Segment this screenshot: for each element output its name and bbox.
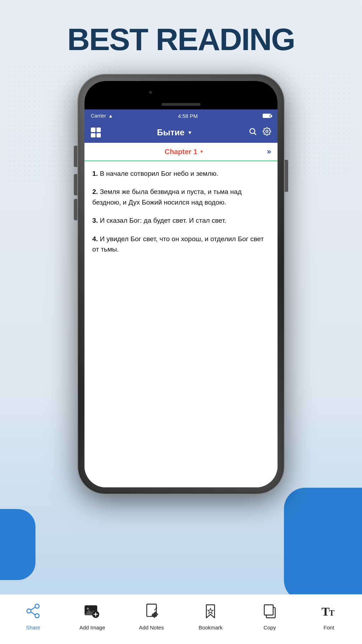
battery-fill [263,114,270,117]
svg-text:T: T [321,605,329,618]
svg-line-1 [254,133,256,135]
add-notes-label: Add Notes [139,624,164,631]
camera-dot [149,91,152,94]
next-chapter-button[interactable]: » [267,147,271,156]
toolbar-item-add-image[interactable]: Add Image [78,600,106,631]
copy-label: Copy [263,624,276,631]
svg-line-7 [31,612,35,615]
content-area: 1. В начале сотворил Бог небо и землю. 2… [84,161,278,487]
verse-1: 1. В начале сотворил Бог небо и землю. [92,168,270,179]
app-title: BEST READING [0,21,362,58]
add-image-label: Add Image [79,624,105,631]
toolbar-item-add-notes[interactable]: Add Notes [137,600,166,631]
chapter-label: Chapter 1 [165,148,197,156]
book-title: Бытие [157,128,185,137]
share-label: Share [26,624,40,631]
verse-2: 2. Земля же была безвидна и пуста, и тьм… [92,186,270,207]
status-right [263,114,271,118]
battery-icon [263,114,271,118]
svg-point-4 [35,604,39,608]
chapter-title[interactable]: Chapter 1 ▼ [165,148,204,156]
status-bar: Carrier ▲ 4:58 PM [84,109,278,122]
svg-line-6 [31,607,35,610]
font-icon: T T [318,600,340,622]
toolbar-item-share[interactable]: Share [19,600,47,631]
settings-icon[interactable] [263,127,271,138]
phone-top-bar [84,81,278,109]
toolbar-item-font[interactable]: T T Font [315,600,343,631]
svg-point-10 [87,607,89,610]
status-time: 4:58 PM [178,113,198,119]
verse-3: 3. И сказал Бог: да будет свет. И стал с… [92,215,270,226]
copy-icon [259,600,280,622]
svg-point-3 [27,609,31,613]
svg-marker-20 [208,608,213,613]
bookmark-label: Bookmark [199,624,223,631]
phone-container: Carrier ▲ 4:58 PM Бытие ▼ [78,75,284,494]
toolbar-item-bookmark[interactable]: Bookmark [196,600,225,631]
svg-point-2 [266,130,268,132]
search-icon[interactable] [248,127,257,138]
nav-bar: Бытие ▼ [84,122,278,143]
verse-4: 4. И увидел Бог свет, что он хорош, и от… [92,234,270,255]
carrier-text: Carrier [91,113,106,119]
bookmark-icon [200,600,221,622]
svg-text:T: T [329,608,335,617]
blue-shape-right [284,488,362,601]
nav-right-icons [248,127,271,138]
nav-title[interactable]: Бытие ▼ [157,128,192,137]
svg-rect-22 [264,605,273,615]
toolbar-item-copy[interactable]: Copy [256,600,284,631]
share-icon [22,600,44,622]
chapter-dropdown-arrow: ▼ [199,149,204,154]
phone-screen: Carrier ▲ 4:58 PM Бытие ▼ [84,81,278,487]
font-label: Font [324,624,334,631]
bottom-toolbar: Share Add Image [0,594,362,644]
chapter-bar[interactable]: Chapter 1 ▼ » [84,143,278,161]
blue-shape-left [0,509,35,580]
speaker [161,103,201,106]
add-image-icon [82,600,103,622]
book-dropdown-arrow: ▼ [187,130,192,135]
wifi-icon: ▲ [108,113,113,119]
status-left: Carrier ▲ [91,113,113,119]
grid-icon[interactable] [91,128,101,137]
phone-shell: Carrier ▲ 4:58 PM Бытие ▼ [78,75,284,494]
add-notes-icon [141,600,162,622]
svg-point-5 [35,614,39,618]
